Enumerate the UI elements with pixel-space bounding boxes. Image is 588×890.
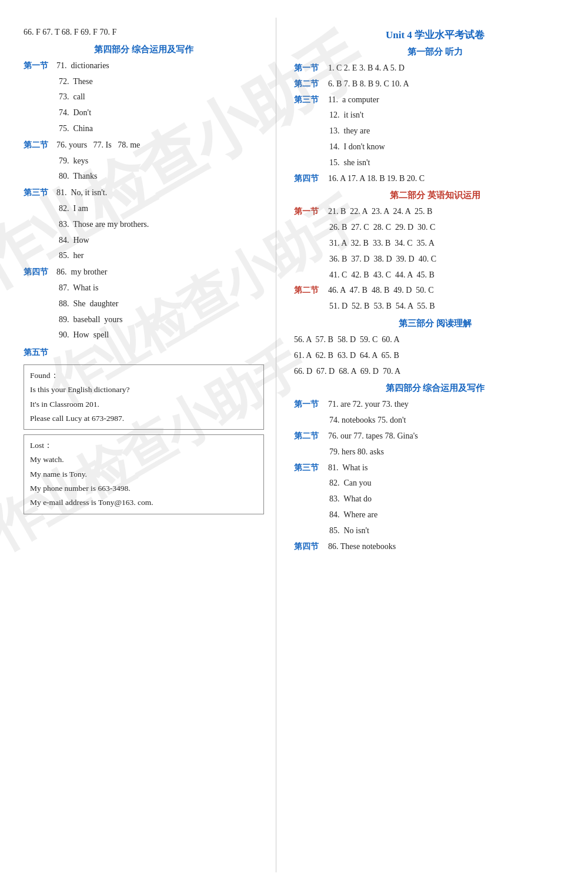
found-box: Found： Is this your English dictionary? …: [24, 364, 264, 430]
part1-jie2-row: 第二节 6. B 7. B 8. B 9. C 10. A: [294, 77, 576, 91]
item-84: 84. How: [24, 233, 264, 247]
lost-line1: My watch.: [30, 453, 258, 467]
item-r-12: 12. it isn't: [294, 108, 576, 122]
jie1-label: 第一节: [24, 59, 48, 73]
item-89: 89. baseball yours: [24, 313, 264, 327]
jie2-row: 第二节 76. yours 77. Is 78. me: [24, 138, 264, 152]
part3-row1: 56. A 57. B 58. D 59. C 60. A: [294, 333, 576, 347]
part1-jie4-answers: 16. A 17. A 18. B 19. B 20. C: [328, 172, 425, 186]
item-80: 80. Thanks: [24, 169, 264, 183]
part1-jie3-row: 第三节 11. a computer: [294, 93, 576, 107]
item-81: 81. No, it isn't.: [56, 186, 107, 200]
part2-jie2-label: 第二节: [294, 283, 319, 297]
item-86: 86. my brother: [56, 265, 107, 279]
part1-title: 第一部分 听力: [294, 46, 576, 58]
jie5-row: 第五节: [24, 346, 264, 360]
part3-row3: 66. D 67. D 68. A 69. D 70. A: [294, 364, 576, 379]
item-r-81: 81. What is: [328, 461, 368, 475]
item-r-85: 85. No isn't: [294, 524, 576, 538]
jie3-label: 第三节: [24, 186, 48, 200]
part2-row2: 26. B 27. C 28. C 29. D 30. C: [294, 220, 576, 235]
section4-title: 第四部分 综合运用及写作: [24, 44, 264, 55]
part2-jie1-label: 第一节: [294, 205, 319, 219]
item-88: 88. She daughter: [24, 297, 264, 311]
lost-line2: My name is Tony.: [30, 467, 258, 481]
item-79: 79. keys: [24, 154, 264, 168]
part4-jie4-row: 第四节 86. These notebooks: [294, 540, 576, 554]
part4-jie1-answers1: 71. are 72. your 73. they: [328, 397, 409, 411]
part4-title: 第四部分 综合运用及写作: [294, 383, 576, 394]
found-line1: Is this your English dictionary?: [30, 383, 258, 397]
jie4-row: 第四节 86. my brother: [24, 265, 264, 279]
lost-label: Lost：: [30, 439, 258, 453]
jie3-row: 第三节 81. No, it isn't.: [24, 186, 264, 200]
part4-jie2-label: 第二节: [294, 429, 319, 443]
lost-box: Lost： My watch. My name is Tony. My phon…: [24, 434, 264, 514]
part2-title: 第二部分 英语知识运用: [294, 190, 576, 201]
part1-jie1-answers: 1. C 2. E 3. B 4. A 5. D: [328, 61, 405, 75]
item-71: 71. dictionaries: [56, 59, 109, 73]
part4-jie4-text: 86. These notebooks: [328, 540, 396, 554]
part1-jie2-answers: 6. B 7. B 8. B 9. C 10. A: [328, 77, 409, 91]
jie2-label: 第二节: [24, 138, 48, 152]
item-r-13: 13. they are: [294, 124, 576, 138]
item-r-11: 11. a computer: [328, 93, 379, 107]
part1-jie4-row: 第四节 16. A 17. A 18. B 19. B 20. C: [294, 172, 576, 186]
lost-line4: My e-mail address is Tony@163. com.: [30, 496, 258, 510]
jie1-row: 第一节 71. dictionaries: [24, 59, 264, 73]
part4-jie2-row: 第二节 76. our 77. tapes 78. Gina's: [294, 429, 576, 443]
left-column: 66. F 67. T 68. F 69. F 70. F 第四部分 综合运用及…: [0, 18, 276, 872]
item-74: 74. Don't: [24, 106, 264, 120]
part2-row3: 31. A 32. B 33. B 34. C 35. A: [294, 236, 576, 250]
item-85: 85. her: [24, 249, 264, 263]
item-72: 72. These: [24, 75, 264, 89]
item-83: 83. Those are my brothers.: [24, 218, 264, 232]
item-r-15: 15. she isn't: [294, 156, 576, 170]
part2-jie2-row2: 51. D 52. B 53. B 54. A 55. B: [294, 299, 576, 313]
part1-jie2-label: 第二节: [294, 77, 319, 91]
part4-jie2-row1: 76. our 77. tapes 78. Gina's: [328, 429, 418, 443]
found-line3: Please call Lucy at 673-2987.: [30, 411, 258, 426]
part1-jie4-label: 第四节: [294, 172, 319, 186]
item-r-82: 82. Can you: [294, 476, 576, 490]
item-r-84: 84. Where are: [294, 508, 576, 522]
found-label: Found：: [30, 369, 258, 383]
jie5-label: 第五节: [24, 346, 48, 360]
part3-row2: 61. A 62. B 63. D 64. A 65. B: [294, 349, 576, 363]
part2-row5: 41. C 42. B 43. C 44. A 45. B: [294, 268, 576, 282]
part2-jie2-row1: 46. A 47. B 48. B 49. D 50. C: [328, 283, 434, 297]
part4-jie1-label: 第一节: [294, 397, 319, 411]
top-line: 66. F 67. T 68. F 69. F 70. F: [24, 25, 264, 39]
part4-jie4-label: 第四节: [294, 540, 319, 554]
part4-jie3-label: 第三节: [294, 461, 319, 475]
part1-jie3-label: 第三节: [294, 93, 319, 107]
part2-jie2-row: 第二节 46. A 47. B 48. B 49. D 50. C: [294, 283, 576, 297]
unit-title-text: Unit 4 学业水平考试卷: [386, 29, 485, 41]
lost-line3: My phone number is 663-3498.: [30, 481, 258, 496]
part1-jie1-row: 第一节 1. C 2. E 3. B 4. A 5. D: [294, 61, 576, 75]
part4-jie1-row2: 74. notebooks 75. don't: [294, 413, 576, 427]
item-82: 82. I am: [24, 202, 264, 216]
found-line2: It's in Classroom 201.: [30, 397, 258, 411]
unit-title: Unit 4 学业水平考试卷: [294, 28, 576, 42]
jie4-label: 第四节: [24, 265, 48, 279]
item-73: 73. call: [24, 90, 264, 104]
item-75: 75. China: [24, 122, 264, 136]
part1-jie1-label: 第一节: [294, 61, 319, 75]
part4-jie2-row2: 79. hers 80. asks: [294, 445, 576, 459]
part4-jie1-row: 第一节 71. are 72. your 73. they: [294, 397, 576, 411]
right-column: Unit 4 学业水平考试卷 第一部分 听力 第一节 1. C 2. E 3. …: [276, 18, 588, 872]
page: 66. F 67. T 68. F 69. F 70. F 第四部分 综合运用及…: [0, 0, 588, 890]
item-87: 87. What is: [24, 281, 264, 295]
item-76-78: 76. yours 77. Is 78. me: [56, 138, 140, 152]
part3-title: 第三部分 阅读理解: [294, 318, 576, 329]
item-r-14: 14. I don't know: [294, 140, 576, 154]
part2-row1: 21. B 22. A 23. A 24. A 25. B: [328, 205, 432, 219]
part2-jie1-row: 第一节 21. B 22. A 23. A 24. A 25. B: [294, 205, 576, 219]
item-90: 90. How spell: [24, 328, 264, 342]
part4-jie3-row: 第三节 81. What is: [294, 461, 576, 475]
part2-row4: 36. B 37. D 38. D 39. D 40. C: [294, 252, 576, 266]
item-r-83: 83. What do: [294, 492, 576, 506]
